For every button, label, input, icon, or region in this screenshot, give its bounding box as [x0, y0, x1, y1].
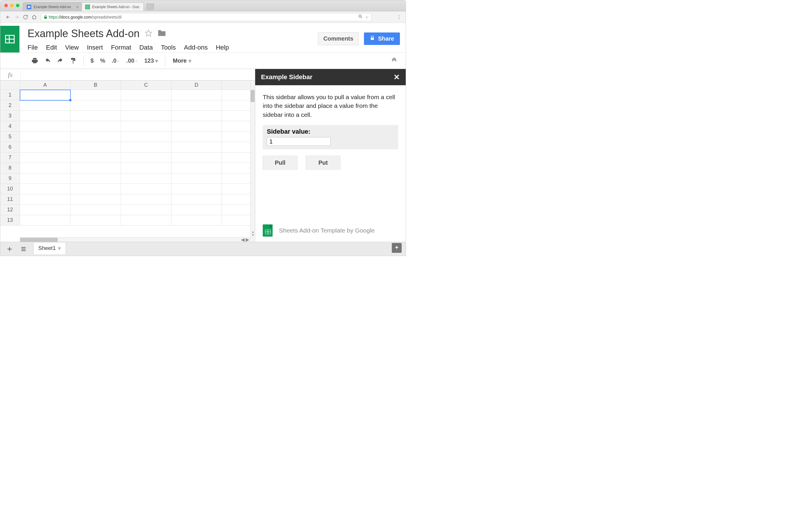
row-header[interactable]: 7 — [0, 152, 20, 163]
cell[interactable] — [121, 194, 171, 205]
undo-button[interactable] — [42, 56, 53, 66]
cell[interactable] — [121, 142, 171, 152]
cell[interactable] — [222, 90, 255, 100]
redo-button[interactable] — [55, 56, 66, 66]
percent-button[interactable]: % — [98, 56, 108, 66]
bookmark-star-icon[interactable]: ☆ — [365, 15, 369, 20]
cell[interactable] — [222, 100, 255, 111]
row-header[interactable]: 8 — [0, 163, 20, 173]
cell[interactable] — [20, 132, 70, 142]
vertical-scroll-arrows[interactable]: ▲▼ — [252, 230, 254, 237]
cell[interactable] — [171, 121, 222, 132]
cell[interactable] — [20, 121, 70, 132]
menu-insert[interactable]: Insert — [87, 44, 103, 51]
menu-edit[interactable]: Edit — [46, 44, 57, 51]
cell[interactable] — [20, 142, 70, 152]
row-header[interactable]: 13 — [0, 215, 20, 225]
cell[interactable] — [70, 90, 121, 100]
cell[interactable] — [171, 90, 222, 100]
forward-button[interactable] — [12, 13, 21, 22]
cell[interactable] — [20, 163, 70, 173]
browser-tab[interactable]: Example Sheets Add-on × — [23, 2, 82, 11]
cell[interactable] — [171, 194, 222, 205]
cell[interactable] — [171, 100, 222, 111]
row-header[interactable]: 9 — [0, 173, 20, 184]
menu-view[interactable]: View — [65, 44, 79, 51]
add-sheet-button[interactable] — [5, 245, 13, 253]
increase-decimal-button[interactable]: .00→ — [124, 56, 140, 66]
row-header[interactable]: 11 — [0, 194, 20, 205]
zoom-window-icon[interactable] — [16, 4, 20, 7]
sheet-tab[interactable]: Sheet1 ▾ — [33, 242, 66, 254]
cell[interactable] — [121, 205, 171, 215]
close-tab-icon[interactable]: × — [76, 5, 79, 9]
folder-icon[interactable] — [157, 29, 166, 38]
row-header[interactable]: 10 — [0, 184, 20, 194]
cell[interactable] — [222, 121, 255, 132]
row-header[interactable]: 2 — [0, 100, 20, 111]
all-sheets-button[interactable] — [20, 245, 28, 253]
paint-format-button[interactable] — [67, 56, 79, 66]
row-header[interactable]: 1 — [0, 90, 20, 100]
currency-button[interactable]: $ — [88, 56, 96, 66]
column-header[interactable]: A — [20, 81, 70, 90]
cell[interactable] — [222, 111, 255, 121]
collapse-toolbar-button[interactable] — [391, 57, 397, 64]
horizontal-scrollbar[interactable]: ◀ ▶ — [20, 237, 250, 242]
explore-button[interactable] — [392, 243, 402, 253]
menu-tools[interactable]: Tools — [161, 44, 176, 51]
cell[interactable] — [70, 163, 121, 173]
cell[interactable] — [121, 184, 171, 194]
column-header[interactable]: B — [70, 81, 121, 90]
cell[interactable] — [70, 184, 121, 194]
more-button[interactable]: More▾ — [170, 57, 194, 64]
cell[interactable] — [171, 163, 222, 173]
cell[interactable] — [20, 100, 70, 111]
cell[interactable] — [70, 205, 121, 215]
menu-help[interactable]: Help — [216, 44, 229, 51]
row-header[interactable]: 4 — [0, 121, 20, 132]
cell[interactable] — [222, 205, 255, 215]
url-field[interactable]: https ://docs.google.com /spreadsheets/d… — [41, 13, 372, 21]
cell[interactable] — [20, 111, 70, 121]
home-button[interactable] — [30, 13, 38, 22]
close-sidebar-icon[interactable]: ✕ — [394, 73, 400, 82]
decrease-decimal-button[interactable]: .0← — [109, 56, 122, 66]
cell[interactable] — [222, 163, 255, 173]
star-icon[interactable] — [145, 29, 152, 38]
cell[interactable] — [121, 215, 171, 225]
put-button[interactable]: Put — [306, 156, 341, 170]
chevron-down-icon[interactable]: ▾ — [58, 245, 61, 252]
sheets-logo-icon[interactable] — [0, 26, 20, 53]
column-header[interactable]: C — [121, 81, 171, 90]
back-button[interactable] — [4, 13, 12, 22]
cell[interactable] — [20, 215, 70, 225]
formula-input[interactable] — [21, 69, 255, 80]
cell[interactable] — [121, 111, 171, 121]
cell[interactable] — [121, 132, 171, 142]
cell[interactable] — [70, 111, 121, 121]
new-tab-button[interactable] — [146, 3, 154, 10]
print-button[interactable] — [29, 56, 40, 66]
cell[interactable] — [171, 132, 222, 142]
cell[interactable] — [70, 215, 121, 225]
cell[interactable] — [70, 142, 121, 152]
cell[interactable] — [20, 194, 70, 205]
cell[interactable] — [70, 121, 121, 132]
cell[interactable] — [222, 152, 255, 163]
row-header[interactable]: 3 — [0, 111, 20, 121]
cell[interactable] — [20, 205, 70, 215]
row-header[interactable]: 6 — [0, 142, 20, 152]
cell[interactable] — [121, 100, 171, 111]
cell[interactable] — [171, 142, 222, 152]
cell[interactable] — [121, 121, 171, 132]
vertical-scrollbar[interactable] — [250, 81, 255, 242]
cell[interactable] — [171, 111, 222, 121]
document-title[interactable]: Example Sheets Add-on — [28, 28, 140, 40]
browser-tab[interactable]: Example Sheets Add-on - Goo × — [82, 2, 144, 11]
cell[interactable] — [171, 152, 222, 163]
menu-data[interactable]: Data — [139, 44, 152, 51]
number-format-button[interactable]: 123▾ — [142, 56, 160, 66]
menu-add-ons[interactable]: Add-ons — [184, 44, 208, 51]
cell[interactable] — [121, 163, 171, 173]
